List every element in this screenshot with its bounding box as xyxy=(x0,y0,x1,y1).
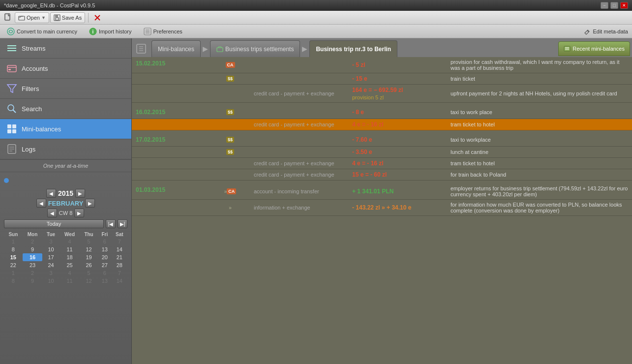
calendar-day[interactable]: 10 xyxy=(42,277,60,285)
calendar-day[interactable]: 27 xyxy=(98,261,112,269)
calendar-day[interactable]: 24 xyxy=(42,261,60,269)
recent-icon xyxy=(564,46,571,52)
table-row[interactable]: 15.02.2015CA- 5 zlprovision for cash wit… xyxy=(132,57,632,73)
skip-end-button[interactable]: ▶| xyxy=(118,219,127,228)
calendar-day[interactable]: 12 xyxy=(80,277,98,285)
table-row[interactable]: credit card - payment + exchange4 e = - … xyxy=(132,119,632,130)
main-layout: StreamsAccountsFiltersSearchMini-balance… xyxy=(0,38,632,364)
next-cw-button[interactable]: ▶ xyxy=(74,209,84,217)
calendar-day[interactable]: 1 xyxy=(4,269,23,277)
calendar-day[interactable]: 2 xyxy=(23,269,43,277)
calendar-day[interactable]: 7 xyxy=(112,269,127,277)
skip-start-button[interactable]: |◀ xyxy=(106,219,116,228)
sidebar-item-logs[interactable]: Logs xyxy=(0,139,131,159)
sidebar-item-filters[interactable]: Filters xyxy=(0,79,131,99)
tx-desc-cell: upfront payment for 2 nights at NH Hotel… xyxy=(447,85,632,102)
calendar-day[interactable]: 25 xyxy=(60,261,80,269)
calendar-day[interactable]: 8 xyxy=(4,245,23,253)
table-row[interactable]: 17.02.2015$$- 7.60 etaxi to workplace xyxy=(132,133,632,147)
tx-amount-cell: - 143.22 zl » + 34.10 e xyxy=(348,200,447,215)
table-row[interactable]: credit card - payment + exchange164 e = … xyxy=(132,85,632,103)
calendar-day[interactable]: 17 xyxy=(42,253,60,261)
transaction-list: 15.02.2015CA- 5 zlprovision for cash wit… xyxy=(132,57,632,364)
calendar-day[interactable]: 9 xyxy=(23,277,43,285)
sidebar-item-mini-balances[interactable]: Mini-balances xyxy=(0,119,131,139)
tx-amount-cell: - 3.50 e xyxy=(348,147,447,157)
calendar-day[interactable]: 21 xyxy=(112,253,127,261)
calendar-day[interactable]: 6 xyxy=(98,269,112,277)
today-button[interactable]: Today xyxy=(4,219,104,228)
sidebar-item-search[interactable]: Search xyxy=(0,99,131,119)
sidebar-item-streams[interactable]: Streams xyxy=(0,38,131,59)
calendar-day[interactable]: 12 xyxy=(80,245,98,253)
calendar: ◀ 2015 ▶ ◀ FEBRUARY ▶ ◀ CW 8 ▶ Today |◀ … xyxy=(0,187,131,287)
calendar-day[interactable]: 10 xyxy=(42,245,60,253)
calendar-day[interactable]: 28 xyxy=(112,261,127,269)
save-as-button[interactable]: Save As xyxy=(50,12,85,23)
tab-berlin-trip[interactable]: Business trip nr.3 to Berlin xyxy=(309,40,397,57)
open-button[interactable]: Open ▼ xyxy=(15,12,49,23)
calendar-day[interactable]: 3 xyxy=(42,238,60,245)
calendar-day[interactable]: 3 xyxy=(42,269,60,277)
svg-rect-27 xyxy=(12,129,16,133)
calendar-day[interactable]: 4 xyxy=(60,238,80,245)
calendar-day[interactable]: 6 xyxy=(98,238,112,245)
calendar-day[interactable]: 11 xyxy=(60,277,80,285)
calendar-day[interactable]: 9 xyxy=(23,245,43,253)
logs-icon xyxy=(6,143,18,155)
minimize-button[interactable]: − xyxy=(601,2,608,9)
table-row[interactable]: $$- 15 etrain ticket xyxy=(132,73,632,85)
calendar-day[interactable]: 8 xyxy=(4,277,23,285)
calendar-day[interactable]: 14 xyxy=(112,245,127,253)
table-row[interactable]: »information + exchange- 143.22 zl » + 3… xyxy=(132,200,632,216)
calendar-day[interactable]: 26 xyxy=(80,261,98,269)
sidebar-nav: StreamsAccountsFiltersSearchMini-balance… xyxy=(0,38,131,159)
table-row[interactable]: 01.03.2015» CAaccount - incoming transfe… xyxy=(132,183,632,200)
close-button[interactable]: ✕ xyxy=(620,2,628,9)
preferences-button[interactable]: Preferences xyxy=(141,27,185,36)
convert-currency-button[interactable]: Convert to main currency xyxy=(4,27,80,36)
calendar-day[interactable]: 16 xyxy=(23,253,43,261)
calendar-day[interactable]: 7 xyxy=(112,238,127,245)
calendar-day[interactable]: 2 xyxy=(23,238,43,245)
tx-type-cell: credit card - payment + exchange xyxy=(250,85,348,102)
calendar-day[interactable]: 15 xyxy=(4,253,23,261)
calendar-day[interactable]: 20 xyxy=(98,253,112,261)
sidebar-item-accounts[interactable]: Accounts xyxy=(0,59,131,79)
calendar-day[interactable]: 19 xyxy=(80,253,98,261)
menu-bar: Open ▼ Save As xyxy=(0,11,632,25)
tab-mini-balances[interactable]: Mini-balances xyxy=(151,40,201,57)
table-row[interactable]: 16.02.2015$$- 8 etaxi to work place xyxy=(132,106,632,119)
maximize-button[interactable]: □ xyxy=(610,2,618,9)
recent-mini-balances-button[interactable]: Recent mini-balances xyxy=(558,41,630,56)
calendar-day[interactable]: 18 xyxy=(60,253,80,261)
import-history-button[interactable]: i Import history xyxy=(86,27,135,36)
calendar-day[interactable]: 5 xyxy=(80,238,98,245)
calendar-day[interactable]: 23 xyxy=(23,261,43,269)
table-row[interactable]: $$- 3.50 elunch at cantine xyxy=(132,147,632,158)
table-row[interactable]: credit card - payment + exchange15 e = -… xyxy=(132,169,632,181)
next-year-button[interactable]: ▶ xyxy=(75,189,85,198)
toolbar: Convert to main currency i Import histor… xyxy=(0,25,632,38)
prev-month-button[interactable]: ◀ xyxy=(36,199,46,208)
new-file-icon[interactable] xyxy=(2,12,14,24)
prev-year-button[interactable]: ◀ xyxy=(46,189,56,198)
sidebar-label-filters: Filters xyxy=(22,85,39,92)
tx-date-cell xyxy=(132,158,211,169)
calendar-day[interactable]: 1 xyxy=(4,238,23,245)
calendar-day[interactable]: 13 xyxy=(98,245,112,253)
next-month-button[interactable]: ▶ xyxy=(85,199,95,208)
tx-type-cell xyxy=(250,147,348,157)
calendar-day[interactable]: 13 xyxy=(98,277,112,285)
table-row[interactable]: credit card - payment + exchange4 e = - … xyxy=(132,158,632,169)
close-db-icon[interactable] xyxy=(91,12,103,24)
tab-business-trips[interactable]: Business trips settlements xyxy=(210,40,300,57)
calendar-day[interactable]: 22 xyxy=(4,261,23,269)
calendar-day[interactable]: 5 xyxy=(80,269,98,277)
edit-meta-button[interactable]: Edit meta-data xyxy=(584,28,628,35)
calendar-day[interactable]: 14 xyxy=(112,277,127,285)
prev-cw-button[interactable]: ◀ xyxy=(47,209,57,217)
calendar-day[interactable]: 11 xyxy=(60,245,80,253)
calendar-day[interactable]: 4 xyxy=(60,269,80,277)
svg-line-23 xyxy=(13,110,16,113)
